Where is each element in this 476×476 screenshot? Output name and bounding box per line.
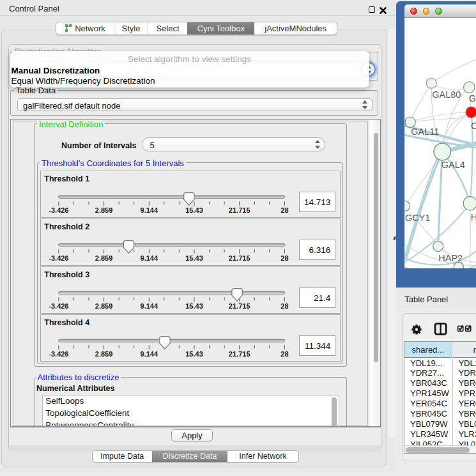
svg-text:-3.426: -3.426	[49, 350, 69, 358]
svg-text:28: 28	[281, 206, 289, 214]
svg-text:15.43: 15.43	[186, 302, 204, 310]
svg-text:28: 28	[281, 254, 289, 262]
svg-text:15.43: 15.43	[186, 206, 204, 214]
svg-text:21.715: 21.715	[229, 350, 250, 358]
svg-text:2.859: 2.859	[95, 350, 113, 358]
svg-text:H: H	[470, 212, 476, 222]
svg-text:28: 28	[281, 302, 289, 310]
svg-text:C: C	[471, 120, 476, 130]
svg-text:15.43: 15.43	[186, 254, 204, 262]
svg-text:9.144: 9.144	[141, 206, 158, 214]
svg-text:GAL80: GAL80	[432, 89, 461, 99]
svg-text:2.859: 2.859	[95, 254, 113, 262]
svg-text:21.715: 21.715	[229, 302, 250, 310]
svg-text:2.859: 2.859	[95, 302, 113, 310]
svg-text:15.43: 15.43	[186, 350, 204, 358]
svg-text:HAP2: HAP2	[438, 252, 463, 263]
svg-text:-3.426: -3.426	[49, 254, 69, 262]
svg-text:21.715: 21.715	[229, 254, 250, 262]
svg-text:-3.426: -3.426	[49, 302, 69, 310]
svg-text:GAL11: GAL11	[411, 126, 439, 136]
svg-text:28: 28	[281, 350, 289, 358]
svg-text:GA: GA	[468, 93, 476, 104]
svg-text:9.144: 9.144	[141, 350, 158, 358]
svg-text:-3.426: -3.426	[49, 206, 69, 214]
svg-text:GAL4: GAL4	[441, 159, 464, 169]
svg-text:21.715: 21.715	[229, 206, 250, 214]
svg-text:9.144: 9.144	[141, 302, 158, 310]
svg-text:9.144: 9.144	[141, 254, 158, 262]
svg-text:GCY1: GCY1	[404, 212, 430, 222]
svg-text:2.859: 2.859	[95, 206, 113, 214]
